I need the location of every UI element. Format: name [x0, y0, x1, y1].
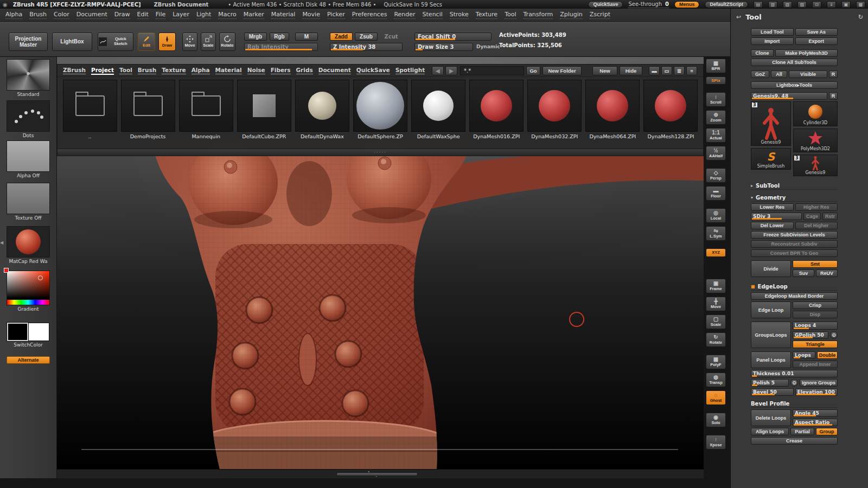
export-button[interactable]: Export [795, 37, 838, 45]
elevation-slider[interactable]: Elevation 100 [795, 388, 838, 396]
rgb-toggle[interactable]: Rgb [270, 33, 289, 41]
polyf-button[interactable]: ▦PolyF [706, 355, 726, 369]
rotate-button[interactable]: Rotate [219, 33, 235, 51]
scale3d-button[interactable]: ▢Scale [706, 314, 726, 329]
menu-item-brush[interactable]: Brush [29, 11, 47, 19]
xpose-button[interactable]: ↑Xpose [706, 435, 726, 450]
transp-button[interactable]: ◍Transp [706, 373, 726, 387]
groupsloops-button[interactable]: GroupsLoops [751, 322, 791, 348]
lightbox-item-dynamesh064[interactable]: DynaMesh064.ZPI [585, 80, 641, 139]
rgb-intensity-slider[interactable]: Rgb Intensity [244, 43, 318, 51]
lightbox-item-defaultsphere[interactable]: DefaultSphere.ZP [352, 80, 408, 139]
frame-button[interactable]: ▣Frame [706, 279, 726, 293]
view-large-icon[interactable]: ▬ [649, 66, 660, 75]
lightbox-tab-brush[interactable]: Brush [138, 67, 156, 74]
lightbox-item-dynamesh128[interactable]: DynaMesh128.ZPI [643, 80, 699, 139]
view-medium-icon[interactable]: ▭ [661, 66, 672, 75]
angle-slider[interactable]: Angle 45 [793, 409, 838, 417]
clone-all-subtools-button[interactable]: Clone All SubTools [751, 59, 838, 66]
menu-item-movie[interactable]: Movie [302, 11, 320, 19]
crisp-toggle[interactable]: Crisp [793, 301, 838, 309]
rstr-button[interactable]: Rstr [822, 213, 838, 220]
defaultzscript-button[interactable]: DefaultZScript [705, 1, 748, 8]
move-button[interactable]: Move [182, 33, 197, 51]
active-tool-thumbnail[interactable]: 3 Genesis9 [751, 101, 791, 146]
lightbox-resize-handle[interactable]: ····· [58, 149, 703, 156]
actual-button[interactable]: 1:1Actual [706, 128, 726, 143]
tray-collapse-icon[interactable]: ◀ [0, 240, 3, 245]
quicksave-button[interactable]: QuickSave [588, 1, 623, 8]
bevel-profile-header[interactable]: Bevel Profile [751, 400, 838, 408]
ignore-groups-toggle[interactable]: Ignore Groups [800, 379, 838, 387]
triangle-toggle[interactable]: Triangle [793, 341, 838, 349]
view-compact-icon[interactable]: ≡ [686, 66, 697, 75]
zcut-toggle[interactable]: Zcut [380, 33, 403, 41]
switch-color[interactable]: SwitchColor [7, 323, 50, 348]
lightbox-tab-tool[interactable]: Tool [119, 67, 132, 74]
minimize-icon[interactable]: ⇓ [827, 1, 836, 8]
lower-res-button[interactable]: Lower Res [751, 203, 794, 211]
menu-item-picker[interactable]: Picker [327, 11, 345, 19]
active-tool-slider[interactable]: Genesis9. 48 [751, 92, 827, 100]
save-as-button[interactable]: Save As [795, 28, 838, 36]
gpolish-mode-toggle[interactable]: ⊙ [830, 331, 838, 339]
goz-visible-button[interactable]: Visible [789, 70, 827, 78]
current-texture[interactable]: Texture Off [7, 183, 50, 221]
polish-slider[interactable]: Polish 5 [751, 379, 789, 387]
polymesh3d-thumbnail[interactable]: PolyMesh3D2 [793, 129, 838, 152]
menu-item-stencil[interactable]: Stencil [423, 11, 443, 19]
current-brush[interactable]: Standard [7, 59, 50, 97]
restore-config-icon[interactable]: ↻ [858, 14, 863, 21]
menus-button[interactable]: Menus [674, 1, 700, 8]
higher-res-button[interactable]: Higher Res [795, 203, 838, 211]
lightbox-search-input[interactable] [460, 66, 524, 75]
draw-size-slider[interactable]: Draw Size 3 [414, 43, 473, 51]
align-loops-button[interactable]: Align Loops [751, 428, 789, 435]
lightbox-item-defaultdynawax[interactable]: DefaultDynaWax [294, 80, 350, 139]
menu-item-draw[interactable]: Draw [114, 11, 130, 19]
goz-r-button[interactable]: R [829, 70, 838, 78]
thickness-slider[interactable]: Thickness 0.01 [751, 370, 838, 377]
view-list-icon[interactable]: ≣ [674, 66, 685, 75]
lightbox-item-up[interactable]: .. [62, 80, 118, 139]
menu-item-preferences[interactable]: Preferences [352, 11, 387, 19]
color-picker[interactable]: Gradient [7, 271, 50, 312]
horizontal-scrollbar[interactable]: ▲ ▼ [57, 469, 704, 478]
lightbox-tab-document[interactable]: Document [318, 67, 351, 74]
menu-item-edit[interactable]: Edit [137, 11, 149, 19]
alternate-button[interactable]: Alternate [7, 356, 50, 364]
lightbox-button[interactable]: LightBox [52, 33, 92, 51]
lsym-button[interactable]: ⇋L.Sym [706, 226, 726, 241]
lightbox-item-dynamesh016[interactable]: DynaMesh016.ZPI [469, 80, 525, 139]
lightbox-tab-noise[interactable]: Noise [247, 67, 265, 74]
reconstruct-subdiv-button[interactable]: Reconstruct Subdiv [751, 240, 838, 248]
spix-button[interactable]: SPix [706, 76, 726, 85]
edgeloop-section-header[interactable]: ■EdgeLoop [751, 282, 838, 291]
hue-bar[interactable] [7, 300, 50, 305]
lightbox-item-dynamesh032[interactable]: DynaMesh032.ZPI [527, 80, 583, 139]
goz-button[interactable]: GoZ [751, 70, 769, 78]
zadd-toggle[interactable]: Zadd [330, 33, 353, 41]
copy-doc-icon[interactable]: ▧ [783, 1, 792, 8]
loops-count-slider[interactable]: Loops 4 [793, 322, 838, 330]
solo-button[interactable]: ◉Solo [706, 413, 726, 427]
lock-icon[interactable]: ⊡ [812, 1, 821, 8]
rotate3d-button[interactable]: ↻Rotate [706, 332, 726, 347]
reuv-button[interactable]: ReUV [816, 269, 838, 277]
panel-loops-button[interactable]: Panel Loops [751, 351, 791, 368]
saturation-picker[interactable] [7, 271, 50, 300]
lightbox-tab-material[interactable]: Material [215, 67, 242, 74]
menu-item-material[interactable]: Material [271, 11, 296, 19]
persp-button[interactable]: ◇Persp [706, 168, 726, 183]
current-stroke[interactable]: Dots [7, 100, 50, 138]
quick-sketch-button[interactable]: Quick Sketch [98, 33, 133, 51]
z-intensity-slider[interactable]: Z Intensity 38 [330, 43, 403, 51]
zoom-button[interactable]: ⊕Zoom [706, 110, 726, 125]
menu-item-transform[interactable]: Transform [524, 11, 553, 19]
import-button[interactable]: Import [751, 37, 794, 45]
sdiv-slider[interactable]: SDiv 3 [751, 213, 802, 220]
move3d-button[interactable]: ╋Move [706, 297, 726, 311]
subtool-section-header[interactable]: ▸SubTool [751, 182, 838, 190]
lightbox-item-defaultwaxsphere[interactable]: DefaultWaxSphe [411, 80, 467, 139]
tool-r-button[interactable]: R [829, 92, 838, 100]
